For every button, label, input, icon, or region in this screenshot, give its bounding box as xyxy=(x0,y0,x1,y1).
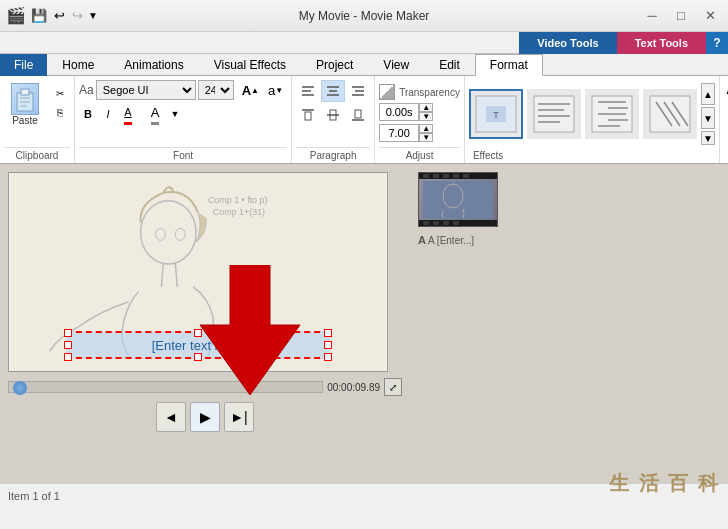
title-bar-icons: 🎬 💾 ↩ ↪ ▼ xyxy=(0,6,104,25)
tab-view[interactable]: View xyxy=(368,54,424,76)
resize-handle-ml[interactable] xyxy=(64,341,72,349)
help-button[interactable]: ? xyxy=(706,32,728,54)
copy-button[interactable]: ⎘ xyxy=(50,103,70,121)
adjust-content: Transparency ▲ ▼ ▲ xyxy=(379,80,460,147)
time-display: 00:00:09.89 xyxy=(327,382,380,393)
tab-animations[interactable]: Animations xyxy=(109,54,198,76)
effects-group: T xyxy=(465,76,720,163)
redo-btn[interactable]: ↪ xyxy=(70,8,85,23)
font-size-down-button[interactable]: a- xyxy=(724,100,728,118)
context-tab-row: Video Tools Text Tools ? xyxy=(0,32,728,54)
storyboard-panel: A A [Enter...] xyxy=(410,164,728,483)
font-size-controls: A▲ a▼ xyxy=(238,80,287,100)
font-shrink-button[interactable]: a▼ xyxy=(264,80,287,100)
valign-top-icon xyxy=(300,108,316,122)
video-tools-tab[interactable]: Video Tools xyxy=(519,32,616,54)
perf-b3 xyxy=(443,221,449,225)
effects-scroll-down[interactable]: ▼ xyxy=(701,107,715,129)
effect-3-icon xyxy=(590,94,634,134)
tab-home[interactable]: Home xyxy=(47,54,109,76)
svg-rect-15 xyxy=(305,112,311,120)
clipboard-content: Paste ✂ ⎘ xyxy=(4,80,70,147)
align-right-icon xyxy=(350,84,366,98)
maximize-button[interactable]: □ xyxy=(667,5,695,27)
effect-2-button[interactable] xyxy=(527,89,581,139)
app-icon: 🎬 xyxy=(6,6,26,25)
minimize-button[interactable]: ─ xyxy=(638,5,666,27)
font-grow-button[interactable]: A▲ xyxy=(238,80,263,100)
valign-bottom-button[interactable] xyxy=(346,104,370,126)
font-size-select[interactable]: 24 xyxy=(198,80,234,100)
transparency-icon xyxy=(379,84,395,100)
paragraph-label: Paragraph xyxy=(296,147,370,163)
forward-button[interactable]: ►| xyxy=(224,402,254,432)
text-caption-text: A [Enter...] xyxy=(428,235,474,246)
duration-input[interactable] xyxy=(379,124,419,142)
effects-scroll-up[interactable]: ▲ xyxy=(701,83,715,105)
close-button[interactable]: ✕ xyxy=(696,5,724,27)
paragraph-content xyxy=(296,80,370,147)
clipboard-group: Paste ✂ ⎘ Clipboard xyxy=(0,76,75,163)
cut-button[interactable]: ✂ xyxy=(50,84,70,102)
perf-3 xyxy=(443,174,449,178)
font-label: Font xyxy=(79,147,287,163)
red-arrow-svg xyxy=(170,265,330,395)
film-frame-1[interactable] xyxy=(418,172,498,227)
transparency-input[interactable] xyxy=(379,103,419,121)
transparency-spin-down[interactable]: ▼ xyxy=(419,112,433,121)
transparency-label: Transparency xyxy=(399,87,460,98)
paste-button[interactable]: Paste xyxy=(4,80,46,129)
tab-visual-effects[interactable]: Visual Effects xyxy=(199,54,301,76)
valign-top-button[interactable] xyxy=(296,104,320,126)
font-content: Aa Segoe UI 24 A▲ a▼ B I xyxy=(79,80,287,147)
paragraph-group: Paragraph xyxy=(292,76,375,163)
svg-rect-1 xyxy=(21,89,29,95)
effect-4-icon xyxy=(648,94,692,134)
expand-button[interactable]: ⤢ xyxy=(384,378,402,396)
duration-spin: ▲ ▼ xyxy=(419,124,433,142)
perf-b4 xyxy=(453,221,459,225)
play-button[interactable]: ▶ xyxy=(190,402,220,432)
duration-spin-up[interactable]: ▲ xyxy=(419,124,433,133)
resize-handle-bl[interactable] xyxy=(64,353,72,361)
svg-rect-23 xyxy=(534,96,574,132)
align-right-button[interactable] xyxy=(346,80,370,102)
font-color-button[interactable]: A xyxy=(119,102,137,122)
font-family-select[interactable]: Segoe UI xyxy=(96,80,196,100)
italic-button[interactable]: I xyxy=(99,104,117,124)
bold-button[interactable]: B xyxy=(79,104,97,124)
effect-1-icon: T xyxy=(474,94,518,134)
ribbon: Paste ✂ ⎘ Clipboard Aa Segoe UI 2 xyxy=(0,76,728,164)
tab-format[interactable]: Format xyxy=(475,54,543,76)
effects-expand[interactable]: ▼ xyxy=(701,131,715,145)
dropdown-arrow[interactable]: ▼ xyxy=(88,10,98,21)
text-tools-tab[interactable]: Text Tools xyxy=(617,32,706,54)
align-left-button[interactable] xyxy=(296,80,320,102)
align-center-icon xyxy=(325,84,341,98)
rewind-button[interactable]: ◄ xyxy=(156,402,186,432)
text-caption-a: A xyxy=(418,234,426,246)
tab-edit[interactable]: Edit xyxy=(424,54,475,76)
tab-file[interactable]: File xyxy=(0,54,47,76)
align-left-icon xyxy=(300,84,316,98)
undo-btn[interactable]: ↩ xyxy=(52,8,67,23)
effect-3-button[interactable] xyxy=(585,89,639,139)
font-dropdown-button[interactable]: ▼ xyxy=(166,104,184,124)
font-group: Aa Segoe UI 24 A▲ a▼ B I xyxy=(75,76,292,163)
main-tab-row: File Home Animations Visual Effects Proj… xyxy=(0,54,728,76)
resize-handle-tl[interactable] xyxy=(64,329,72,337)
timeline-thumb[interactable] xyxy=(13,381,27,395)
tab-project[interactable]: Project xyxy=(301,54,368,76)
valign-middle-button[interactable] xyxy=(321,104,345,126)
transparency-spin-up[interactable]: ▲ xyxy=(419,103,433,112)
svg-marker-48 xyxy=(200,265,300,395)
perf-b1 xyxy=(423,221,429,225)
effect-4-button[interactable] xyxy=(643,89,697,139)
font-size-up-button[interactable]: A+ xyxy=(724,80,728,98)
duration-spin-down[interactable]: ▼ xyxy=(419,133,433,142)
quick-save[interactable]: 💾 xyxy=(29,8,49,23)
film-strip: A A [Enter...] xyxy=(418,172,720,246)
font-highlight-button[interactable]: A xyxy=(146,102,164,122)
align-center-button[interactable] xyxy=(321,80,345,102)
effect-1-button[interactable]: T xyxy=(469,89,523,139)
